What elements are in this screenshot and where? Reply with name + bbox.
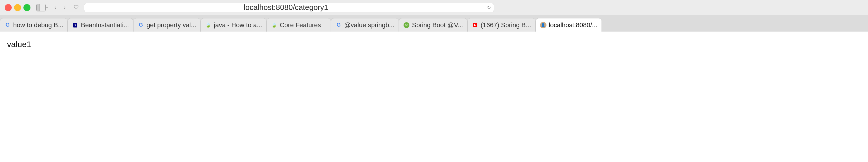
close-button[interactable] <box>5 4 12 11</box>
tab-tab-1[interactable]: Ghow to debug B... <box>0 18 68 32</box>
tab-favicon: ⚙ <box>403 22 410 28</box>
tab-tab-8[interactable]: ▶(1667) Spring B... <box>467 18 535 32</box>
tab-favicon: 🍃 <box>271 22 277 28</box>
tab-label: (1667) Spring B... <box>480 21 531 29</box>
title-bar: ▾ ‹ › 🛡 ↻ <box>0 0 868 15</box>
tab-label: java - How to a... <box>214 21 262 29</box>
tab-favicon: 👤 <box>540 22 547 28</box>
chevron-down-icon[interactable]: ▾ <box>46 6 48 9</box>
back-button[interactable]: ‹ <box>51 3 59 12</box>
tab-tab-9[interactable]: 👤localhost:8080/... <box>536 18 602 32</box>
maximize-button[interactable] <box>24 4 30 11</box>
tab-label: BeanInstantiati... <box>81 21 129 29</box>
tab-favicon: G <box>335 22 342 28</box>
tab-favicon: G <box>4 22 11 28</box>
sidebar-icon[interactable] <box>36 4 46 11</box>
tab-label: localhost:8080/... <box>549 21 597 29</box>
refresh-button[interactable]: ↻ <box>487 5 491 10</box>
tab-tab-2[interactable]: YBeanInstantiati... <box>68 18 133 32</box>
tab-label: Spring Boot @V... <box>412 21 463 29</box>
page-body-text: value1 <box>7 40 861 49</box>
tabs-bar: Ghow to debug B...YBeanInstantiati...Gge… <box>0 15 868 32</box>
tab-tab-6[interactable]: G@value springb... <box>331 18 399 32</box>
tab-label: get property val... <box>147 21 196 29</box>
tab-label: @value springb... <box>344 21 395 29</box>
address-input[interactable] <box>87 3 485 12</box>
tab-tab-3[interactable]: Gget property val... <box>133 18 200 32</box>
tab-favicon: ▶ <box>472 22 478 28</box>
content-area: value1 <box>0 32 868 162</box>
tab-tab-4[interactable]: 🍃java - How to a... <box>200 18 267 32</box>
forward-button[interactable]: › <box>61 3 69 12</box>
tab-label: how to debug B... <box>13 21 63 29</box>
shield-icon: 🛡 <box>72 3 81 12</box>
tab-label: Core Features <box>280 21 321 29</box>
nav-buttons: ‹ › <box>51 3 69 12</box>
address-bar-container[interactable]: ↻ <box>84 3 494 12</box>
tab-favicon: 🍃 <box>205 22 211 28</box>
minimize-button[interactable] <box>14 4 21 11</box>
tab-favicon: Y <box>72 22 79 28</box>
tab-tab-5[interactable]: 🍃Core Features <box>267 18 331 32</box>
tab-tab-7[interactable]: ⚙Spring Boot @V... <box>399 18 467 32</box>
sidebar-toggle[interactable]: ▾ <box>36 4 48 11</box>
tab-favicon: G <box>137 22 144 28</box>
window-controls <box>5 4 30 11</box>
